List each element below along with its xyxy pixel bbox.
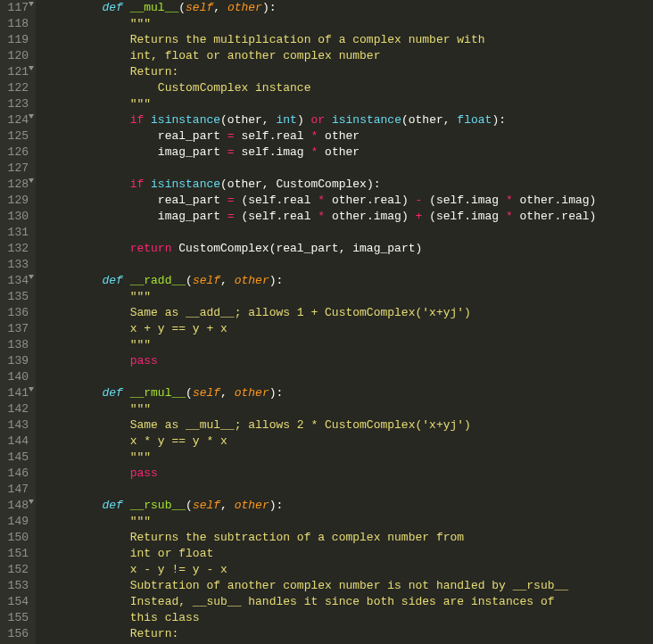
line-number: 152: [4, 562, 29, 578]
line-number: 126: [4, 144, 29, 161]
fold-marker-icon[interactable]: [29, 66, 34, 70]
fold-marker-icon[interactable]: [29, 275, 34, 279]
line-number: 117: [4, 0, 29, 16]
line-number: 137: [4, 321, 29, 337]
line-number: 133: [4, 257, 29, 273]
code-line: real_part = (self.real * other.real) - (…: [46, 193, 653, 209]
code-line: """: [46, 16, 653, 32]
code-line: [46, 225, 653, 241]
line-number-gutter: 1171181191201211221231241251261271281291…: [0, 0, 36, 644]
code-line: def __rmul__(self, other):: [46, 385, 653, 401]
line-number: 145: [4, 450, 29, 466]
line-number: 141: [4, 385, 29, 401]
code-line: [46, 161, 653, 177]
code-line: this class: [46, 610, 653, 626]
line-number: 124: [4, 112, 29, 128]
code-line: CustomComplex instance: [46, 80, 653, 96]
code-line: """: [46, 450, 653, 466]
line-number: 150: [4, 530, 29, 546]
fold-marker-icon[interactable]: [29, 114, 34, 119]
code-line: Returns the subtraction of a complex num…: [46, 530, 653, 546]
code-line: def __radd__(self, other):: [46, 273, 653, 289]
code-line: def __rsub__(self, other):: [46, 498, 653, 514]
line-number: 146: [4, 466, 29, 482]
line-number: 122: [4, 80, 29, 96]
code-line: """: [46, 289, 653, 305]
line-number: 121: [4, 64, 29, 80]
fold-marker-icon[interactable]: [29, 2, 34, 6]
line-number: 130: [4, 209, 29, 225]
line-number: 154: [4, 594, 29, 610]
code-line: x - y != y - x: [46, 562, 653, 578]
line-number: 120: [4, 48, 29, 64]
code-line: x * y == y * x: [46, 433, 653, 450]
line-number: 144: [4, 433, 29, 450]
code-line: pass: [46, 353, 653, 369]
line-number: 127: [4, 161, 29, 177]
line-number: 149: [4, 514, 29, 530]
code-line: """: [46, 337, 653, 353]
line-number: 132: [4, 241, 29, 257]
code-line: return CustomComplex(real_part, imag_par…: [46, 241, 653, 257]
line-number: 139: [4, 353, 29, 369]
code-line: Same as __mul__; allows 2 * CustomComple…: [46, 417, 653, 433]
fold-marker-icon[interactable]: [29, 387, 34, 392]
code-line: if isinstance(other, int) or isinstance(…: [46, 112, 653, 128]
line-number: 143: [4, 417, 29, 433]
code-line: Returns the multiplication of a complex …: [46, 32, 653, 48]
code-line: [46, 369, 653, 385]
code-line: Same as __add__; allows 1 + CustomComple…: [46, 305, 653, 321]
line-number: 138: [4, 337, 29, 353]
code-line: imag_part = self.imag * other: [46, 144, 653, 161]
code-line: Return:: [46, 626, 653, 642]
code-area[interactable]: def __mul__(self, other): """ Returns th…: [36, 0, 653, 644]
line-number: 140: [4, 369, 29, 385]
code-line: [46, 482, 653, 498]
line-number: 134: [4, 273, 29, 289]
line-number: 148: [4, 498, 29, 514]
code-line: real_part = self.real * other: [46, 128, 653, 144]
line-number: 119: [4, 32, 29, 48]
line-number: 129: [4, 193, 29, 209]
code-line: def __mul__(self, other):: [46, 0, 653, 16]
line-number: 125: [4, 128, 29, 144]
line-number: 131: [4, 225, 29, 241]
code-line: """: [46, 514, 653, 530]
fold-marker-icon[interactable]: [29, 500, 34, 504]
code-line: """: [46, 96, 653, 112]
code-line: [46, 257, 653, 273]
code-line: Instead, __sub__ handles it since both s…: [46, 594, 653, 610]
line-number: 156: [4, 626, 29, 642]
code-line: Subtration of another complex number is …: [46, 578, 653, 594]
line-number: 128: [4, 177, 29, 193]
code-line: imag_part = (self.real * other.imag) + (…: [46, 209, 653, 225]
code-editor: 1171181191201211221231241251261271281291…: [0, 0, 653, 644]
code-line: int, float or another complex number: [46, 48, 653, 64]
line-number: 118: [4, 16, 29, 32]
code-line: """: [46, 401, 653, 417]
line-number: 153: [4, 578, 29, 594]
line-number: 123: [4, 96, 29, 112]
code-line: Return:: [46, 64, 653, 80]
code-line: pass: [46, 466, 653, 482]
line-number: 135: [4, 289, 29, 305]
line-number: 142: [4, 401, 29, 417]
line-number: 155: [4, 610, 29, 626]
code-line: x + y == y + x: [46, 321, 653, 337]
code-line: int or float: [46, 546, 653, 562]
line-number: 136: [4, 305, 29, 321]
line-number: 147: [4, 482, 29, 498]
line-number: 151: [4, 546, 29, 562]
code-line: if isinstance(other, CustomComplex):: [46, 177, 653, 193]
fold-marker-icon[interactable]: [29, 178, 34, 183]
